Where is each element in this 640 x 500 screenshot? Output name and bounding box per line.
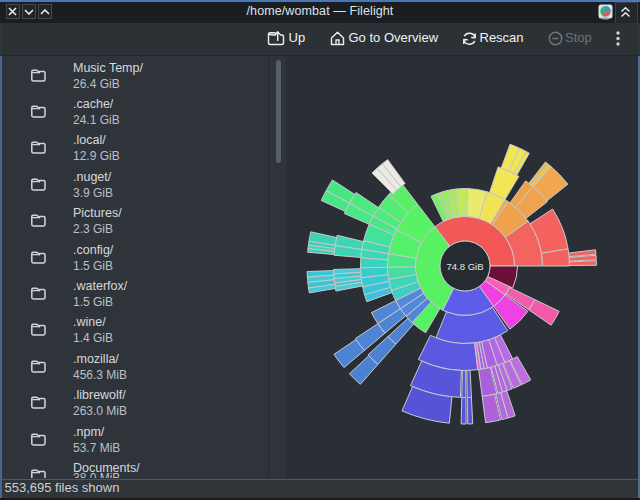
svg-text:74.8 GiB: 74.8 GiB	[447, 261, 484, 272]
